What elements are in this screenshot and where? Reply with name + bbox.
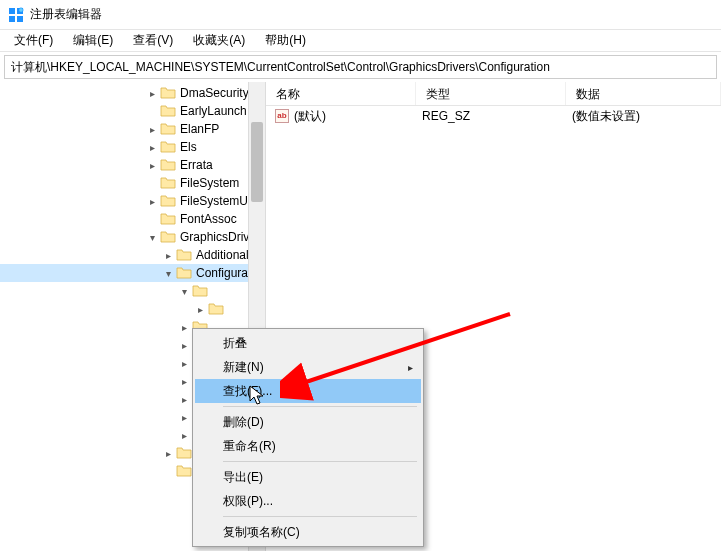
cm-find[interactable]: 查找(F)... [195,379,421,403]
tree-caret-icon[interactable] [192,304,208,315]
tree-caret-icon[interactable] [176,358,192,369]
folder-icon [208,302,224,316]
cm-sep-2 [223,461,417,462]
tree-row[interactable]: FileSystemUti [0,192,265,210]
list-row[interactable]: ab (默认) REG_SZ (数值未设置) [266,106,721,126]
tree-caret-icon[interactable] [176,286,192,297]
app-icon [8,7,24,23]
list-header: 名称 类型 数据 [266,82,721,106]
cm-rename[interactable]: 重命名(R) [195,434,421,458]
folder-icon [160,158,176,172]
folder-icon [192,284,208,298]
svg-point-4 [19,7,23,11]
col-type[interactable]: 类型 [416,82,566,105]
tree-row[interactable]: Additional [0,246,265,264]
folder-icon [160,230,176,244]
tree-caret-icon[interactable] [160,448,176,459]
tree-row[interactable]: Errata [0,156,265,174]
tree-caret-icon[interactable] [144,142,160,153]
tree-row[interactable]: Els [0,138,265,156]
context-menu: 折叠 新建(N) 查找(F)... 删除(D) 重命名(R) 导出(E) 权限(… [192,328,424,547]
col-name[interactable]: 名称 [266,82,416,105]
tree-caret-icon[interactable] [176,394,192,405]
cm-permissions[interactable]: 权限(P)... [195,489,421,513]
tree-row[interactable]: FontAssoc [0,210,265,228]
tree-caret-icon[interactable] [176,430,192,441]
cm-export[interactable]: 导出(E) [195,465,421,489]
folder-icon [160,86,176,100]
tree-row[interactable] [0,300,265,318]
tree-row[interactable]: ElanFP [0,120,265,138]
string-value-icon: ab [274,108,290,124]
tree-caret-icon[interactable] [144,124,160,135]
cm-copykey[interactable]: 复制项名称(C) [195,520,421,544]
cm-new[interactable]: 新建(N) [195,355,421,379]
menubar: 文件(F) 编辑(E) 查看(V) 收藏夹(A) 帮助(H) [0,30,721,52]
address-bar[interactable]: 计算机\HKEY_LOCAL_MACHINE\SYSTEM\CurrentCon… [4,55,717,79]
cm-sep-1 [223,406,417,407]
tree-caret-icon[interactable] [144,232,160,243]
cell-name: (默认) [294,108,422,125]
window-titlebar: 注册表编辑器 [0,0,721,30]
menu-favorites[interactable]: 收藏夹(A) [183,30,255,51]
tree-row[interactable]: DmaSecurity [0,84,265,102]
cm-delete[interactable]: 删除(D) [195,410,421,434]
tree-caret-icon[interactable] [160,268,176,279]
menu-edit[interactable]: 编辑(E) [63,30,123,51]
tree-row[interactable] [0,282,265,300]
tree-caret-icon[interactable] [144,160,160,171]
folder-icon [160,194,176,208]
cell-data: (数值未设置) [572,108,640,125]
tree-row[interactable]: Configurat [0,264,265,282]
tree-row[interactable]: EarlyLaunch [0,102,265,120]
folder-icon [160,176,176,190]
folder-icon [160,212,176,226]
folder-icon [176,248,192,262]
tree-caret-icon[interactable] [176,340,192,351]
address-path: 计算机\HKEY_LOCAL_MACHINE\SYSTEM\CurrentCon… [11,59,550,76]
tree-caret-icon[interactable] [176,376,192,387]
cell-type: REG_SZ [422,109,572,123]
tree-caret-icon[interactable] [160,250,176,261]
svg-rect-0 [9,8,15,14]
cm-sep-3 [223,516,417,517]
tree-caret-icon[interactable] [144,196,160,207]
tree-row[interactable]: GraphicsDriv [0,228,265,246]
menu-file[interactable]: 文件(F) [4,30,63,51]
tree-caret-icon[interactable] [144,88,160,99]
folder-icon [176,266,192,280]
col-data[interactable]: 数据 [566,82,721,105]
tree-scroll-thumb[interactable] [251,122,263,202]
folder-icon [160,104,176,118]
tree-caret-icon[interactable] [176,412,192,423]
folder-icon [176,446,192,460]
window-title: 注册表编辑器 [30,6,102,23]
folder-icon [160,122,176,136]
menu-help[interactable]: 帮助(H) [255,30,316,51]
folder-icon [176,464,192,478]
svg-rect-3 [17,16,23,22]
svg-rect-2 [9,16,15,22]
cm-collapse[interactable]: 折叠 [195,331,421,355]
tree-caret-icon[interactable] [176,322,192,333]
tree-row[interactable]: FileSystem [0,174,265,192]
folder-icon [160,140,176,154]
menu-view[interactable]: 查看(V) [123,30,183,51]
